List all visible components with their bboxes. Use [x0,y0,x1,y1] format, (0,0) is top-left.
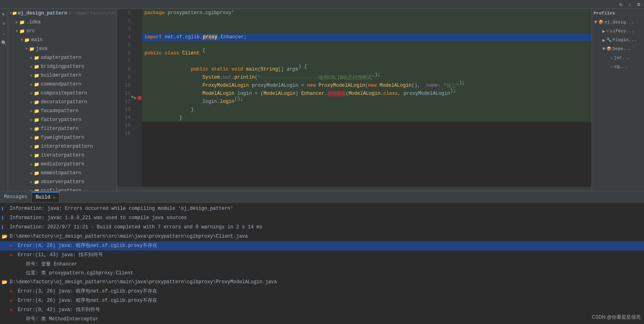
top-toolbar: ↻ ↓ ⚙ [0,0,644,9]
code-line-3[interactable] [142,25,592,33]
msg-text-error-3: Error:(3, 26) java: 程序包net.sf.cglib.prox… [18,288,642,295]
tree-item-idea[interactable]: ▶ 📁 .idea [8,18,117,27]
refresh-icon[interactable]: ↻ [617,1,625,8]
settings-icon[interactable]: ⚙ [635,1,642,8]
msg-error-5[interactable]: ⊗ Error:(9, 42) java: 找不到符号 [0,305,644,315]
tree-item-observerpattern[interactable]: ▶ 📁 observerpattern [8,178,117,186]
run-btn-8[interactable]: ▶ [134,95,137,100]
msg-text-3: Information: 2022/9/7 11:21 - Build comp… [10,224,642,231]
tree-item-factorypattern[interactable]: ▶ 📁 factorypattern [8,115,117,124]
msg-info-2[interactable]: ℹ Information: javac 1.8.0_221 was used … [0,213,644,223]
tree-root[interactable]: ▼ 📁 oj_design_pattern D:\demo\factory\oj… [8,9,117,18]
code-line-16[interactable] [142,130,592,138]
msg-error-4[interactable]: ⊗ Error:(4, 26) java: 程序包net.sf.cglib.pr… [0,296,644,305]
code-lines[interactable]: package proxypattern.cglbproxy; import n… [142,9,592,187]
tab-build-close[interactable]: ✕ [53,195,56,200]
tree-item-iteratorpattern[interactable]: ▶ 📁 iteratorpattern [8,151,117,160]
msg-error-icon-1: ⊗ [10,242,16,250]
msg-text-error-2: Error:(11, 43) java: 找不到符号 [18,251,642,259]
code-line-2[interactable] [142,17,592,25]
right-panel-deps[interactable]: ▼ 📦 Depe... [592,44,644,53]
msg-error-2[interactable]: ⊗ Error:(11, 43) java: 找不到符号 [0,251,644,260]
msg-info-3[interactable]: ℹ Information: 2022/9/7 11:21 - Build co… [0,223,644,232]
code-line-4[interactable]: import net.sf.cglib.proxy.Enhancer; [142,33,592,41]
tree-item-filterpattern[interactable]: ▶ 📁 filterpattern [8,124,117,133]
msg-error-3[interactable]: ⊗ Error:(3, 26) java: 程序包net.sf.cglib.pr… [0,287,644,296]
tab-build-label: Build [36,194,50,200]
code-line-12[interactable]: login.login(); [142,98,592,106]
tree-item-main[interactable]: ▼ 📁 main [8,36,117,44]
editor-hscrollbar[interactable] [117,187,592,191]
tree-item-profilepattern[interactable]: ▶ 📁 profilepattern [8,186,117,191]
right-panel-jar2[interactable]: ☕ cg... [592,62,644,71]
tree-item-compositepattern[interactable]: ▶ 📁 compositepattern [8,89,117,98]
left-icon-strip: ▶ ⚙ ⚠ 🔍 [0,9,8,191]
msg-detail-1: 符号: 变量 Enhancer [0,260,644,269]
run-btn-6[interactable]: ▶ [131,94,134,102]
main-area: ▶ ⚙ ⚠ 🔍 ▼ 📁 oj_design_pattern D:\demo\fa… [0,9,644,191]
right-panel-jar1[interactable]: ☕ jur... [592,53,644,62]
left-icon-1[interactable]: ▶ [1,10,7,17]
code-line-13[interactable]: } [142,106,592,114]
tree-item-src[interactable]: ▼ 📁 src [8,27,117,36]
msg-folder-icon-2: 📂 [2,279,8,286]
tree-item-adapterpattern[interactable]: ▶ 📁 adapterpattern [8,53,117,62]
right-panel-plugins-label: Plugin... [613,38,636,42]
code-line-10[interactable]: ProxyModelALogin proxyModelALogin = new … [142,82,592,90]
tree-item-mementopattern[interactable]: ▶ 📁 mementopattern [8,169,117,178]
code-line-11[interactable]: ModelALogin login = (ModelALogin) Enhanc… [142,90,592,98]
left-icon-2[interactable]: ⚙ [1,20,7,27]
right-panel-jar2-label: cg... [614,64,627,69]
msg-info-icon-3: ℹ [2,224,8,231]
code-line-7[interactable] [142,57,592,65]
msg-info-1[interactable]: ℹ Information: java: Errors occurred whi… [0,204,644,213]
code-line-15[interactable] [142,122,592,130]
editor-content[interactable]: 1 2 3 4 5 6 7 8 9 10 11 12 13 14 15 16 [117,9,592,187]
code-line-8[interactable]: public static void main(String[] args) { [142,65,592,73]
line-num-5: 5 [117,41,134,49]
tree-item-decoratorpattern[interactable]: ▶ 📁 decoratorpattern [8,98,117,107]
msg-text-folder-1: D:\demo\factory\oj_design_pattern\src\ma… [10,233,642,240]
left-icon-4[interactable]: 🔍 [1,40,7,46]
msg-error-icon-5: ⊗ [10,307,16,314]
code-line-14[interactable]: } [142,114,592,122]
tab-messages[interactable]: Messages [0,192,32,202]
breakpoint-8[interactable] [138,96,142,100]
msg-text-detail-2: 位置: 类 proxypattern.cglbproxy.Client [26,270,642,277]
msg-folder-1[interactable]: 📂 D:\demo\factory\oj_design_pattern\src\… [0,232,644,241]
line-num-14: 14 [117,114,134,122]
tab-build[interactable]: Build ✕ [32,192,60,202]
right-panel-deps-label: Depe... [613,46,631,51]
msg-text-error-1: Error:(4, 26) java: 程序包net.sf.cglib.prox… [18,242,642,249]
left-icon-3[interactable]: ⚠ [1,30,7,36]
download-icon[interactable]: ↓ [626,1,634,8]
right-panel: Profiles ▼ 📦 oj_desig... ▶ ⚡ Lifecy... ▶… [592,9,644,191]
tree-item-builderpattern[interactable]: ▶ 📁 builderpattern [8,71,117,80]
line-num-4: 4 [117,33,134,41]
msg-detail-3: 符号: 类 MethodInterceptor [0,315,644,324]
right-panel-plugins[interactable]: ▶ 🔧 Plugin... [592,36,644,44]
msg-folder-2[interactable]: 📂 D:\demo\factory\oj_design_pattern\src\… [0,278,644,287]
tree-item-commandpattern[interactable]: ▶ 📁 commandpattern [8,80,117,89]
right-panel-oj-design[interactable]: ▼ 📦 oj_desig... [592,18,644,27]
msg-error-1[interactable]: ⊗ Error:(4, 26) java: 程序包net.sf.cglib.pr… [0,241,644,251]
line-num-9: 9 [117,73,134,82]
line-num-6: 6 [117,49,134,57]
tree-item-fyweightpattern[interactable]: ▶ 📁 fyweightpattern [8,133,117,142]
right-panel-lifecycle[interactable]: ▶ ⚡ Lifecy... [592,27,644,36]
tree-item-interpreterpattern[interactable]: ▶ 📁 interpreterpattern [8,142,117,151]
run-gutter: ▶ ▶ ◇ [134,9,142,187]
msg-text-2: Information: javac 1.8.0_221 was used to… [10,214,642,222]
tree-item-java[interactable]: ▼ 📁 java [8,44,117,53]
msg-detail-2: 位置: 类 proxypattern.cglbproxy.Client [0,269,644,278]
tree-item-mediatorpattern[interactable]: ▶ 📁 mediatorpattern [8,160,117,169]
line-num-7: 7 [117,57,134,65]
tree-item-facadepattern[interactable]: ▶ 📁 facadepattern [8,107,117,115]
code-line-6[interactable]: public class Client { [142,49,592,57]
line8-gutter: ▶ [134,94,142,102]
tree-item-bridgingpattern[interactable]: ▶ 📁 bridgingpattern [8,62,117,71]
code-body[interactable]: package proxypattern.cglbproxy; import n… [142,9,592,187]
code-line-1[interactable]: package proxypattern.cglbproxy; [142,9,592,17]
code-line-9[interactable]: System.out.println("--------------------… [142,73,592,82]
msg-info-icon-1: ℹ [2,205,8,213]
